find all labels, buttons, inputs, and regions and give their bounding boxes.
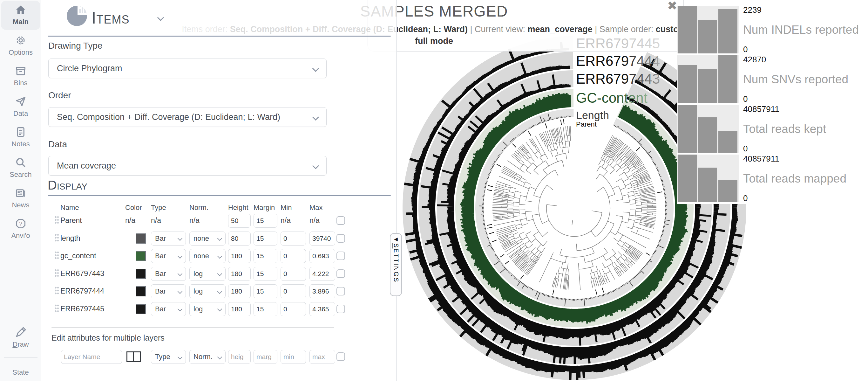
layer-checkbox[interactable] — [337, 305, 345, 313]
layer-name: ERR6797445 — [60, 305, 104, 313]
chevron-down-icon — [178, 289, 183, 294]
height-input[interactable] — [228, 214, 251, 228]
min-input[interactable] — [281, 249, 306, 263]
data-select[interactable]: Mean coverage — [48, 156, 327, 176]
layer-checkbox[interactable] — [337, 252, 345, 260]
type-select[interactable]: Bar — [151, 302, 186, 316]
norm-select[interactable]: log — [189, 284, 225, 298]
height-input[interactable] — [228, 284, 251, 298]
type-select-value: Bar — [155, 305, 166, 313]
drag-handle[interactable] — [55, 269, 59, 277]
column-header: Color — [125, 204, 142, 212]
sidebar-item-label: Draw — [12, 340, 29, 349]
chevron-down-icon — [217, 289, 222, 294]
color-swatch[interactable] — [136, 233, 146, 244]
layer-checkbox[interactable] — [337, 269, 345, 278]
norm-select[interactable]: log — [189, 267, 225, 281]
sidebar-item-main[interactable]: Main — [1, 1, 40, 30]
display-section-title: Display — [48, 178, 87, 193]
min-input[interactable] — [281, 284, 306, 298]
multi-min-input[interactable] — [281, 350, 306, 364]
stat-chart-labels: 40857911Total reads kept0 — [739, 105, 868, 153]
sidebar-spacer — [0, 244, 41, 322]
sidebar-item-notes[interactable]: Notes — [1, 123, 40, 152]
color-swatch[interactable] — [136, 286, 146, 296]
height-input[interactable] — [228, 232, 251, 245]
margin-input[interactable] — [253, 249, 277, 263]
multi-max-input[interactable] — [309, 350, 335, 364]
chevron-down-icon — [312, 114, 319, 120]
margin-input[interactable] — [253, 284, 277, 298]
column-header: Margin — [253, 204, 275, 212]
max-input[interactable] — [309, 267, 335, 281]
max-input[interactable] — [309, 232, 335, 245]
chevron-down-icon — [312, 162, 319, 169]
layer-checkbox[interactable] — [337, 216, 345, 225]
multi-checkbox[interactable] — [337, 352, 345, 361]
margin-input[interactable] — [253, 267, 277, 281]
multi-norm-select[interactable]: Norm. — [189, 350, 225, 364]
sidebar-item-search[interactable]: Search — [1, 153, 40, 182]
norm-select-value: none — [193, 234, 209, 243]
multi-margin-input[interactable] — [253, 350, 277, 364]
multi-type-select[interactable]: Type — [151, 350, 186, 364]
layer-checkbox[interactable] — [337, 234, 345, 243]
drag-handle[interactable] — [55, 216, 59, 224]
notes-icon — [14, 126, 27, 138]
sidebar-item-state[interactable]: State — [1, 363, 40, 380]
height-input[interactable] — [228, 302, 251, 316]
sidebar-item-label: Notes — [11, 140, 30, 148]
sidebar-item-data[interactable]: Data — [1, 92, 40, 121]
type-select[interactable]: Bar — [151, 249, 186, 263]
close-icon[interactable]: ✖ — [667, 0, 677, 13]
margin-input[interactable] — [253, 302, 277, 316]
sidebar-item-options[interactable]: Options — [1, 31, 40, 60]
sidebar-item-draw[interactable]: Draw — [1, 323, 40, 352]
stat-chart-title: Total reads mapped — [743, 173, 868, 184]
margin-input[interactable] — [253, 214, 277, 228]
stat-bar — [718, 180, 737, 202]
color-swatch[interactable] — [136, 269, 146, 279]
norm-select[interactable]: none — [189, 232, 225, 245]
chevron-down-icon — [178, 306, 183, 312]
height-input[interactable] — [228, 267, 251, 281]
drag-handle[interactable] — [55, 251, 59, 259]
type-select[interactable]: Bar — [151, 267, 186, 281]
height-input[interactable] — [228, 249, 251, 263]
type-select[interactable]: Bar — [151, 232, 186, 245]
norm-select[interactable]: log — [189, 302, 225, 316]
color-swatch[interactable] — [136, 304, 146, 314]
max-input[interactable] — [309, 302, 335, 316]
news-icon — [14, 187, 27, 199]
order-select[interactable]: Seq. Composition + Diff. Coverage (D: Eu… — [48, 107, 327, 127]
home-icon — [14, 4, 27, 16]
layer-name: gc_content — [60, 252, 96, 260]
multi-height-input[interactable] — [228, 350, 251, 364]
norm-select[interactable]: none — [189, 249, 225, 263]
drag-handle[interactable] — [55, 286, 59, 294]
drag-handle[interactable] — [55, 304, 59, 312]
drag-handle[interactable] — [55, 233, 59, 242]
sidebar-item-label: Anvi'o — [11, 232, 30, 240]
type-select[interactable]: Bar — [151, 284, 186, 298]
stat-chart-title: Total reads kept — [743, 123, 868, 135]
min-input[interactable] — [281, 302, 306, 316]
min-input[interactable] — [281, 267, 306, 281]
max-input[interactable] — [309, 249, 335, 263]
sidebar-item-anvio[interactable]: ?Anvi'o — [1, 214, 40, 244]
drawing-type-select[interactable]: Circle Phylogram — [48, 59, 327, 78]
min-input[interactable] — [281, 232, 306, 245]
stat-bar — [678, 65, 697, 103]
sidebar-item-bins[interactable]: Bins — [1, 62, 40, 91]
layer-checkbox[interactable] — [337, 287, 345, 295]
dual-color-swatch[interactable] — [126, 351, 141, 362]
margin-input[interactable] — [253, 232, 277, 245]
max-input[interactable] — [309, 284, 335, 298]
layer-name-input[interactable] — [61, 350, 122, 364]
multi-edit-divider — [52, 328, 334, 328]
settings-tab[interactable]: ◀ SETTINGS — [390, 233, 402, 296]
sidebar-item-news[interactable]: News — [1, 184, 40, 213]
items-header[interactable]: Items — [92, 8, 129, 27]
color-swatch[interactable] — [136, 251, 146, 261]
max-na: n/a — [309, 216, 320, 225]
